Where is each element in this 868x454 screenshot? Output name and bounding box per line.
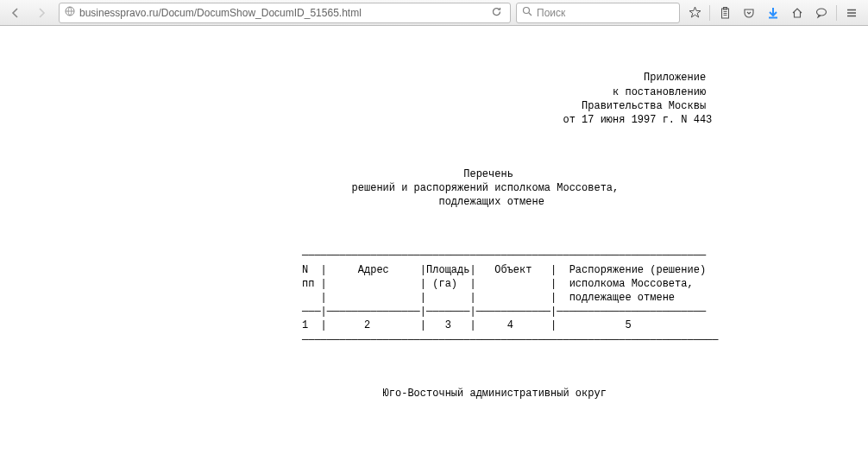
svg-point-10	[817, 9, 827, 16]
forward-button	[29, 3, 53, 23]
url-bar[interactable]: businesspravo.ru/Docum/DocumShow_DocumID…	[59, 3, 511, 23]
doc-district: Юго-Восточный административный округ	[302, 387, 868, 400]
clipboard-icon[interactable]	[714, 3, 736, 23]
separator-2	[836, 5, 837, 21]
doc-header-right: Приложение к постановлению Правительства…	[302, 71, 868, 127]
bookmark-icon[interactable]	[683, 3, 706, 23]
document-content: Приложение к постановлению Правительства…	[0, 26, 868, 454]
search-bar[interactable]: Поиск	[516, 3, 680, 23]
reload-button[interactable]	[488, 6, 505, 20]
toolbar-icons	[682, 3, 865, 23]
url-text: businesspravo.ru/Docum/DocumShow_DocumID…	[79, 7, 488, 19]
pocket-icon[interactable]	[738, 3, 760, 23]
back-button[interactable]	[3, 3, 28, 23]
svg-point-1	[524, 8, 530, 14]
separator	[709, 5, 710, 21]
download-icon[interactable]	[762, 3, 784, 23]
search-placeholder: Поиск	[537, 7, 565, 19]
doc-title: Перечень решений и распоряжений исполком…	[302, 167, 868, 210]
chat-icon[interactable]	[810, 3, 833, 23]
home-icon[interactable]	[786, 3, 808, 23]
doc-rows: 1. 5-я Кабельная 0,4 многоэтажный Решени…	[302, 441, 868, 454]
menu-icon[interactable]	[840, 3, 863, 23]
search-icon	[522, 6, 532, 19]
svg-line-2	[529, 13, 531, 16]
browser-toolbar: businesspravo.ru/Docum/DocumShow_DocumID…	[0, 0, 868, 26]
globe-icon	[65, 6, 75, 19]
doc-table-header: ————————————————————————————————————————…	[302, 249, 868, 346]
